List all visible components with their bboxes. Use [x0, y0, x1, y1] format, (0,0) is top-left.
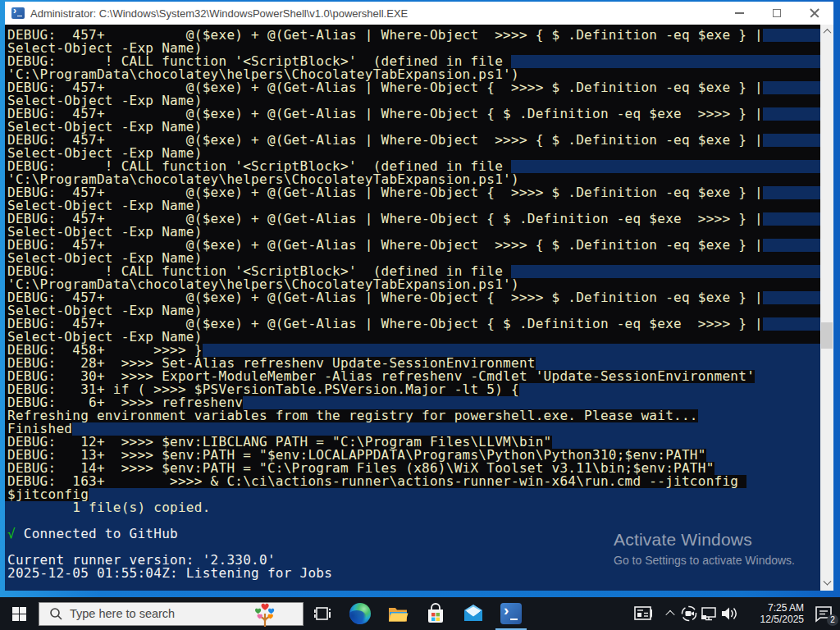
start-button[interactable]: [0, 597, 38, 630]
network-icon: [700, 605, 718, 623]
mail-icon: [462, 602, 485, 625]
watermark-title: Activate Windows: [614, 530, 795, 550]
console-text: 1 file(s) copied.: [5, 501, 211, 514]
action-center-button[interactable]: 2: [807, 597, 840, 630]
console-output[interactable]: DEBUG: 457+ @($exe) + @(Get-Alias | Wher…: [5, 25, 820, 591]
console-row: Refreshing environment variables from th…: [5, 409, 820, 422]
console-row: 1 file(s) copied.: [5, 501, 820, 514]
file-explorer-button[interactable]: [379, 597, 417, 630]
news-icon: [632, 603, 654, 624]
title-bar[interactable]: Administrator: C:\Windows\System32\Windo…: [5, 2, 833, 25]
powershell-taskbar-button[interactable]: [492, 597, 530, 630]
close-icon: [810, 8, 819, 18]
console-text: Refreshing environment variables from th…: [5, 409, 698, 422]
powershell-window: Administrator: C:\Windows\System32\Windo…: [0, 0, 840, 597]
edge-button[interactable]: [341, 597, 379, 630]
scrollbar-thumb[interactable]: [821, 322, 833, 349]
maximize-icon: [773, 9, 781, 17]
console-row: 2025-12-05 01:55:04Z: Listening for Jobs: [5, 567, 820, 580]
chevron-down-icon: [823, 578, 831, 586]
close-button[interactable]: [796, 2, 833, 25]
taskbar: Type here to search: [0, 597, 840, 630]
meet-now-icon: [680, 605, 698, 623]
start-icon: [12, 607, 26, 621]
window-title: Administrator: C:\Windows\System32\Windo…: [30, 7, 408, 20]
minimize-icon: [735, 12, 744, 14]
console-text: 2025-12-05 01:55:04Z: Listening for Jobs: [5, 567, 332, 580]
search-placeholder: Type here to search: [70, 607, 175, 620]
news-widget-button[interactable]: [625, 597, 661, 630]
store-icon: [424, 602, 447, 625]
edge-icon: [349, 603, 371, 624]
volume-icon: [719, 604, 739, 623]
mail-button[interactable]: [454, 597, 492, 630]
search-highlights-tree-icon[interactable]: [253, 603, 276, 627]
console-text: DEBUG: 163+ >>>> & C:\ci\actions-runner\…: [5, 475, 746, 488]
clock-time: 7:25 AM: [746, 602, 804, 614]
clock-date: 12/5/2025: [746, 614, 804, 625]
notification-badge: 2: [827, 614, 838, 626]
store-button[interactable]: [417, 597, 454, 630]
console-rows: DEBUG: 457+ @($exe) + @(Get-Alias | Wher…: [5, 25, 820, 580]
file-explorer-icon: [387, 603, 409, 624]
chevron-up-icon: [823, 29, 831, 37]
volume-button[interactable]: [719, 597, 740, 630]
powershell-titlebar-icon: [11, 7, 25, 19]
taskbar-clock[interactable]: 7:25 AM 12/5/2025: [746, 602, 804, 625]
search-icon: [49, 607, 63, 621]
chevron-up-icon: [665, 610, 674, 619]
powershell-icon: [500, 603, 522, 624]
maximize-button[interactable]: [758, 2, 796, 25]
activate-windows-watermark: Activate Windows Go to Settings to activ…: [614, 530, 795, 567]
watermark-subtitle: Go to Settings to activate Windows.: [614, 554, 795, 567]
network-button[interactable]: [699, 597, 719, 630]
console-text: Connected to GitHub: [16, 527, 178, 541]
scroll-down-button[interactable]: [820, 577, 833, 591]
minimize-button[interactable]: [720, 2, 758, 25]
task-view-button[interactable]: [304, 597, 341, 630]
console-text: √: [5, 527, 16, 541]
tray-expand-button[interactable]: [661, 597, 679, 630]
vertical-scrollbar[interactable]: [820, 25, 833, 591]
meet-now-button[interactable]: [679, 597, 699, 630]
scroll-up-button[interactable]: [820, 25, 833, 39]
search-input[interactable]: Type here to search: [39, 602, 304, 626]
console-row: DEBUG: 163+ >>>> & C:\ci\actions-runner\…: [5, 475, 820, 488]
task-view-icon: [313, 604, 332, 623]
